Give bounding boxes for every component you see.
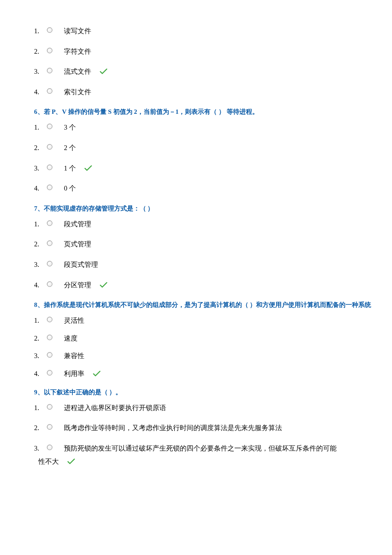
radio-button[interactable]: [47, 445, 64, 450]
option-number: 4.: [34, 368, 47, 379]
radio-icon: [47, 404, 52, 410]
q6-option-1: 1. 3 个: [34, 122, 392, 133]
q6-option-4: 4. 0 个: [34, 183, 392, 194]
q9-option-3: 3. 预防死锁的发生可以通过破坏产生死锁的四个必要条件之一来实现，但破坏互斥条件…: [34, 443, 392, 454]
question-8: 8、操作系统是现代计算机系统不可缺少的组成部分，是为了提高计算机的（ ）和方便用…: [34, 300, 392, 379]
option-text: 预防死锁的发生可以通过破坏产生死锁的四个必要条件之一来实现，但破坏互斥条件的可能: [64, 443, 337, 454]
q8-option-2: 2. 速度: [34, 333, 392, 344]
checkmark-icon: [93, 370, 101, 381]
question-7-title: 7、不能实现虚存的存储管理方式是：（ ）: [34, 203, 392, 214]
option-number: 2.: [34, 46, 47, 57]
question-6-title: 6、若 P、V 操作的信号量 S 初值为 2，当前值为－1，则表示有（ ） 等待…: [34, 107, 392, 117]
radio-icon: [47, 68, 52, 73]
q8-option-4: 4. 利用率: [34, 368, 392, 379]
q7-option-4: 4. 分区管理: [34, 280, 392, 291]
option-number: 3.: [34, 259, 47, 270]
option-text: 灵活性: [64, 315, 84, 326]
checkmark-icon: [100, 281, 107, 292]
radio-button[interactable]: [47, 185, 64, 190]
radio-button[interactable]: [47, 165, 64, 170]
radio-icon: [47, 240, 52, 246]
option-text: 读写文件: [64, 26, 91, 37]
radio-button[interactable]: [47, 335, 64, 340]
option-number: 3.: [34, 66, 47, 77]
radio-icon: [47, 261, 52, 266]
radio-icon: [47, 317, 52, 322]
checkmark-icon: [67, 457, 75, 468]
radio-icon: [47, 48, 52, 53]
radio-button[interactable]: [47, 88, 64, 94]
option-text: 页式管理: [64, 239, 91, 250]
option-number: 1.: [34, 402, 47, 413]
radio-icon: [47, 27, 52, 33]
radio-icon: [47, 165, 52, 170]
radio-icon: [47, 352, 52, 358]
radio-button[interactable]: [47, 144, 64, 150]
q6-option-3: 3. 1 个: [34, 163, 392, 174]
radio-icon: [47, 144, 52, 150]
option-text: 段页式管理: [64, 259, 98, 270]
option-text: 0 个: [64, 183, 76, 194]
checkmark-icon: [100, 67, 107, 78]
radio-icon: [47, 424, 52, 430]
q7-option-1: 1. 段式管理: [34, 219, 392, 230]
question-7: 7、不能实现虚存的存储管理方式是：（ ） 1. 段式管理 2. 页式管理 3. …: [34, 203, 392, 290]
question-5: 1. 读写文件 2. 字符文件 3. 流式文件 4. 索引文件: [34, 26, 392, 97]
option-text: 进程进入临界区时要执行开锁原语: [64, 402, 166, 413]
option-text: 索引文件: [64, 87, 91, 98]
radio-icon: [47, 88, 52, 94]
radio-button[interactable]: [47, 281, 64, 287]
option-number: 2.: [34, 142, 47, 153]
option-number: 3.: [34, 443, 47, 454]
question-6: 6、若 P、V 操作的信号量 S 初值为 2，当前值为－1，则表示有（ ） 等待…: [34, 107, 392, 194]
option-number: 1.: [34, 315, 47, 326]
q7-option-2: 2. 页式管理: [34, 239, 392, 250]
question-9-title: 9、以下叙述中正确的是（ ）。: [34, 387, 392, 397]
radio-button[interactable]: [47, 240, 64, 246]
radio-icon: [47, 124, 52, 129]
radio-button[interactable]: [47, 370, 64, 376]
q7-option-3: 3. 段页式管理: [34, 259, 392, 270]
option-text: 速度: [64, 333, 78, 344]
option-text: 1 个: [64, 163, 76, 174]
q6-option-2: 2. 2 个: [34, 142, 392, 153]
option-text: 流式文件: [64, 66, 91, 77]
option-text: 段式管理: [64, 219, 91, 230]
option-text-cont: 性不大: [38, 456, 59, 467]
question-9: 9、以下叙述中正确的是（ ）。 1. 进程进入临界区时要执行开锁原语 2. 既考…: [34, 387, 392, 467]
option-text: 字符文件: [64, 46, 91, 57]
q5-option-3: 3. 流式文件: [34, 66, 392, 77]
q5-option-1: 1. 读写文件: [34, 26, 392, 37]
option-text: 既考虑作业等待时间，又考虑作业执行时间的调度算法是先来先服务算法: [64, 422, 282, 434]
radio-icon: [47, 370, 52, 376]
option-number: 2.: [34, 422, 47, 434]
option-text: 兼容性: [64, 350, 84, 361]
question-8-title: 8、操作系统是现代计算机系统不可缺少的组成部分，是为了提高计算机的（ ）和方便用…: [34, 300, 392, 310]
radio-button[interactable]: [47, 261, 64, 266]
option-number: 2.: [34, 239, 47, 250]
option-number: 4.: [34, 87, 47, 98]
q8-option-3: 3. 兼容性: [34, 350, 392, 361]
option-text: 分区管理: [64, 280, 91, 291]
radio-button[interactable]: [47, 220, 64, 226]
option-number: 2.: [34, 333, 47, 344]
q8-option-1: 1. 灵活性: [34, 315, 392, 326]
option-number: 1.: [34, 26, 47, 37]
option-text: 3 个: [64, 122, 76, 133]
radio-button[interactable]: [47, 424, 64, 430]
option-number: 4.: [34, 280, 47, 291]
q9-option-3-continuation: 性不大: [38, 456, 392, 467]
radio-button[interactable]: [47, 27, 64, 33]
radio-button[interactable]: [47, 48, 64, 53]
radio-button[interactable]: [47, 124, 64, 129]
radio-button[interactable]: [47, 352, 64, 358]
radio-icon: [47, 335, 52, 340]
option-number: 4.: [34, 183, 47, 194]
radio-icon: [47, 445, 52, 450]
radio-button[interactable]: [47, 317, 64, 322]
radio-button[interactable]: [47, 404, 64, 410]
radio-button[interactable]: [47, 68, 64, 73]
option-number: 3.: [34, 350, 47, 361]
q5-option-2: 2. 字符文件: [34, 46, 392, 57]
radio-icon: [47, 220, 52, 226]
